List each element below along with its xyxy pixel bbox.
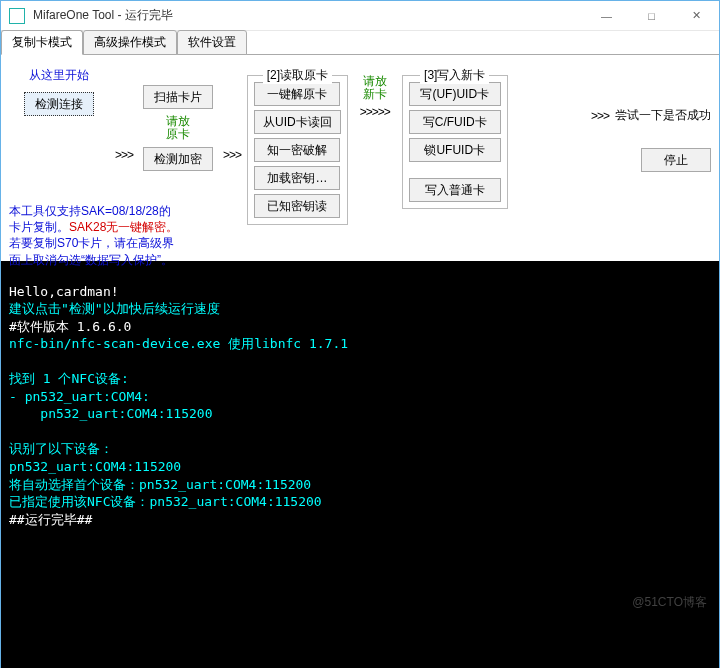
write-cfuid-button[interactable]: 写C/FUID卡 (409, 110, 501, 134)
workflow-area: 从这里开始 检测连接 >>> 扫描卡片 请放原卡 检测加密 >>> [2]读取原… (1, 59, 719, 229)
write-uf-uid-button[interactable]: 写(UF)UID卡 (409, 82, 501, 106)
group-write-new: [3]写入新卡 写(UF)UID卡 写C/FUID卡 锁UFUID卡 写入普通卡 (402, 75, 508, 209)
tab-copy-mode[interactable]: 复制卡模式 (1, 30, 83, 55)
stop-button[interactable]: 停止 (641, 148, 711, 172)
titlebar: MifareOne Tool - 运行完毕 — □ ✕ (1, 1, 719, 31)
detect-encryption-button[interactable]: 检测加密 (143, 147, 213, 171)
tabbar: 复制卡模式 高级操作模式 软件设置 (1, 31, 719, 55)
scan-card-button[interactable]: 扫描卡片 (143, 85, 213, 109)
group-read-original: [2]读取原卡 一键解原卡 从UID卡读回 知一密破解 加载密钥… 已知密钥读 (247, 75, 348, 225)
group-read-title: [2]读取原卡 (263, 67, 332, 84)
arrows-icon: >>> (591, 109, 609, 123)
app-icon (9, 8, 25, 24)
try-result-label: 尝试一下是否成功 (615, 107, 711, 124)
start-here-label: 从这里开始 (29, 67, 89, 83)
known-key-read-button[interactable]: 已知密钥读 (254, 194, 340, 218)
tab-advanced[interactable]: 高级操作模式 (83, 30, 177, 55)
one-key-decode-button[interactable]: 一键解原卡 (254, 82, 340, 106)
arrows-icon: >>>>> (360, 105, 390, 119)
lock-ufuid-button[interactable]: 锁UFUID卡 (409, 138, 501, 162)
watermark: @51CTO博客 (632, 594, 707, 611)
support-note: 本工具仅支持SAK=08/18/28的 卡片复制。SAK28无一键解密。 若要复… (9, 203, 239, 268)
window-title: MifareOne Tool - 运行完毕 (33, 7, 584, 24)
group-write-title: [3]写入新卡 (420, 67, 489, 84)
please-place-original-label: 请放原卡 (166, 115, 190, 141)
write-normal-button[interactable]: 写入普通卡 (409, 178, 501, 202)
arrows-icon: >>> (223, 148, 241, 162)
read-from-uid-button[interactable]: 从UID卡读回 (254, 110, 341, 134)
minimize-button[interactable]: — (584, 1, 629, 31)
maximize-button[interactable]: □ (629, 1, 674, 31)
arrows-icon: >>> (115, 148, 133, 162)
please-place-new-label: 请放新卡 (363, 75, 387, 101)
known-one-crack-button[interactable]: 知一密破解 (254, 138, 340, 162)
console-output: Hello,cardman! 建议点击"检测"以加快后续运行速度 #软件版本 1… (1, 261, 719, 668)
close-button[interactable]: ✕ (674, 1, 719, 31)
load-key-button[interactable]: 加载密钥… (254, 166, 340, 190)
detect-connection-button[interactable]: 检测连接 (24, 92, 94, 116)
tab-settings[interactable]: 软件设置 (177, 30, 247, 55)
